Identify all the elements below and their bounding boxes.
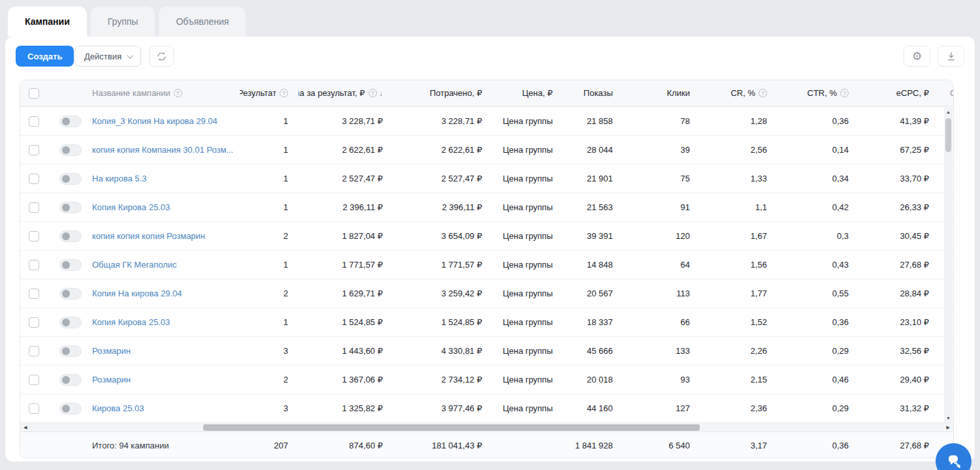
- col-clicks[interactable]: Клики: [667, 88, 690, 98]
- campaign-name-link[interactable]: Кирова 25.03: [92, 403, 144, 413]
- col-status[interactable]: Ста: [950, 88, 954, 98]
- col-name[interactable]: Название кампании: [92, 88, 171, 98]
- cell-price: Цена группы: [493, 251, 563, 279]
- cell-price: Цена группы: [493, 193, 563, 221]
- help-icon[interactable]: ?: [280, 89, 288, 97]
- cell-cost-per-result: 1 367,06 ₽: [299, 366, 393, 394]
- sort-desc-icon[interactable]: ↓: [380, 89, 384, 97]
- table-row: копия копия копия Розмарин 2 1 827,04 ₽ …: [20, 221, 953, 250]
- campaign-name-link[interactable]: Розмарин: [92, 346, 131, 356]
- row-checkbox[interactable]: [29, 346, 39, 356]
- row-checkbox[interactable]: [29, 202, 39, 213]
- row-checkbox[interactable]: [29, 260, 39, 270]
- campaigns-table: Название кампании? Результат? Цена за ре…: [20, 80, 954, 458]
- campaign-toggle[interactable]: [59, 259, 82, 271]
- campaign-name-link[interactable]: Копия Кирова 25.03: [92, 317, 170, 327]
- refresh-button[interactable]: [149, 46, 174, 67]
- col-ecpc[interactable]: eCPC, ₽: [896, 88, 929, 98]
- campaign-toggle[interactable]: [59, 116, 82, 127]
- campaign-name-link[interactable]: Копия_3 Копия На кирова 29.04: [92, 116, 218, 126]
- cell-price: Цена группы: [493, 366, 563, 394]
- horizontal-scrollbar[interactable]: ◀ ▶: [20, 422, 953, 431]
- cell-ctr: 0,46: [777, 366, 859, 394]
- campaign-name-link[interactable]: Розмарин: [92, 375, 131, 384]
- cell-shows: 21 901: [563, 164, 623, 193]
- create-button[interactable]: Создать: [16, 46, 74, 67]
- chat-icon: [945, 452, 963, 470]
- row-checkbox[interactable]: [29, 231, 39, 242]
- row-checkbox[interactable]: [29, 174, 39, 184]
- scroll-left-icon[interactable]: ◀: [24, 423, 27, 432]
- table-row: Кирова 25.03 3 1 325,82 ₽ 3 977,46 ₽ Цен…: [20, 394, 953, 422]
- cell-cr: 2,15: [700, 366, 777, 394]
- cell-shows: 14 848: [563, 251, 623, 279]
- cell-cost-per-result: 2 527,47 ₽: [299, 164, 393, 193]
- vertical-scrollbar[interactable]: ▲ ▼: [944, 108, 953, 422]
- total-spent: 181 041,43 ₽: [393, 432, 493, 458]
- cell-cost-per-result: 1 629,71 ₽: [299, 279, 393, 307]
- toggle-knob: [62, 232, 70, 240]
- cell-spent: 2 734,12 ₽: [393, 366, 493, 394]
- campaign-toggle[interactable]: [59, 288, 82, 300]
- cell-result: 1: [240, 251, 299, 279]
- campaign-name-link[interactable]: На кирова 5.3: [92, 174, 146, 183]
- col-price[interactable]: Цена, ₽: [522, 88, 553, 98]
- vertical-scrollbar-thumb[interactable]: [945, 118, 951, 152]
- scroll-down-icon[interactable]: ▼: [944, 416, 953, 420]
- tab-ads[interactable]: Объявления: [159, 7, 246, 37]
- actions-dropdown-button[interactable]: Действия: [74, 46, 141, 67]
- campaign-name-link[interactable]: копия копия копия Розмарин: [92, 231, 205, 241]
- help-icon[interactable]: ?: [368, 89, 377, 97]
- campaign-toggle[interactable]: [59, 345, 82, 357]
- col-ctr[interactable]: CTR, %: [808, 88, 838, 98]
- col-cr[interactable]: CR, %: [730, 88, 755, 98]
- cell-price: Цена группы: [493, 107, 563, 135]
- campaign-name-link[interactable]: Копия Кирова 25.03: [92, 202, 170, 212]
- table-row: Розмарин 3 1 443,60 ₽ 4 330,81 ₽ Цена гр…: [20, 336, 953, 365]
- select-all-checkbox[interactable]: [29, 88, 39, 99]
- campaign-toggle[interactable]: [59, 144, 82, 156]
- cell-cr: 1,56: [700, 251, 777, 279]
- cell-spent: 3 228,71 ₽: [393, 107, 493, 135]
- download-icon: [946, 51, 956, 61]
- total-cost-per-result: 874,60 ₽: [299, 432, 393, 458]
- campaign-name-link[interactable]: копия копия Компания 30.01 Розм...: [92, 145, 233, 155]
- campaign-toggle[interactable]: [59, 374, 82, 386]
- row-checkbox[interactable]: [29, 289, 39, 299]
- row-checkbox[interactable]: [29, 317, 39, 328]
- cell-shows: 20 567: [563, 279, 623, 307]
- cell-result: 1: [240, 164, 299, 193]
- cell-cr: 2,36: [700, 394, 777, 422]
- campaign-toggle[interactable]: [59, 317, 82, 328]
- col-shows[interactable]: Показы: [583, 88, 613, 98]
- row-checkbox[interactable]: [29, 145, 39, 155]
- campaign-name-link[interactable]: Общая ГК Мегаполис: [92, 260, 177, 270]
- col-cost-per-result[interactable]: Цена за результат, ₽: [299, 88, 365, 98]
- row-checkbox[interactable]: [29, 116, 39, 127]
- campaign-toggle[interactable]: [59, 202, 82, 213]
- export-button[interactable]: [938, 46, 964, 67]
- row-checkbox[interactable]: [29, 403, 39, 414]
- help-icon[interactable]: ?: [840, 89, 849, 97]
- campaign-name-link[interactable]: Копия На кирова 29.04: [92, 289, 182, 298]
- campaign-toggle[interactable]: [59, 173, 82, 185]
- campaign-toggle[interactable]: [59, 230, 82, 242]
- col-spent[interactable]: Потрачено, ₽: [430, 88, 482, 98]
- scroll-right-icon[interactable]: ▶: [947, 423, 950, 432]
- row-checkbox[interactable]: [29, 375, 39, 385]
- cell-result: 1: [240, 193, 299, 221]
- horizontal-scrollbar-thumb[interactable]: [203, 424, 700, 431]
- help-icon[interactable]: ?: [759, 89, 767, 97]
- cell-ctr: 0,36: [777, 107, 859, 135]
- help-icon[interactable]: ?: [174, 89, 182, 97]
- campaign-toggle[interactable]: [59, 403, 82, 415]
- scroll-up-icon[interactable]: ▲: [944, 110, 953, 114]
- cell-price: Цена группы: [493, 136, 563, 164]
- settings-button[interactable]: ⚙: [904, 46, 930, 67]
- tab-groups[interactable]: Группы: [91, 7, 155, 37]
- col-result[interactable]: Результат: [240, 88, 276, 98]
- table-row: Копия Кирова 25.03 1 2 396,11 ₽ 2 396,11…: [20, 193, 953, 221]
- cell-price: Цена группы: [493, 164, 563, 193]
- totals-row: Итого: 94 кампании 207 874,60 ₽ 181 041,…: [20, 431, 953, 458]
- tab-campaigns[interactable]: Кампании: [8, 7, 87, 37]
